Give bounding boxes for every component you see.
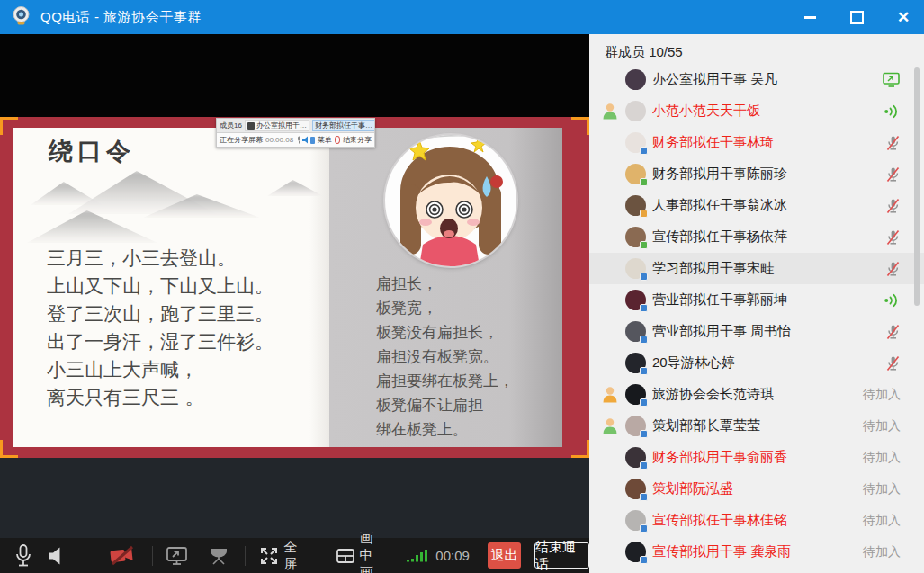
end-call-button[interactable]: 结束通话	[534, 542, 589, 569]
mini-end-share-icon[interactable]	[335, 136, 340, 144]
maximize-button[interactable]	[845, 5, 868, 29]
avatar[interactable]	[625, 416, 646, 436]
call-duration: 00:09	[435, 548, 470, 563]
camera-off-button[interactable]	[109, 545, 136, 567]
mini-menu-icon[interactable]	[310, 137, 315, 144]
member-row[interactable]: 小范小范天天干饭	[589, 95, 924, 127]
member-name: 策划部阮泓盛	[652, 480, 852, 497]
exit-button[interactable]: 退出	[488, 542, 521, 569]
mini-speaker-icon	[302, 136, 307, 144]
slide-title: 绕口令	[49, 135, 135, 167]
scrollbar-thumb[interactable]	[914, 67, 920, 306]
present-button[interactable]	[207, 545, 230, 567]
maximize-icon	[850, 11, 864, 24]
avatar[interactable]	[625, 542, 646, 562]
poem-line: 三月三，小三去登山。	[47, 245, 274, 273]
fullscreen-label[interactable]: 全屏	[283, 539, 301, 573]
device-badge-icon	[640, 147, 648, 155]
avatar[interactable]	[625, 101, 646, 121]
member-row[interactable]: 营业部拟任干事郭丽坤	[589, 284, 924, 316]
member-row[interactable]: 财务部拟用干事陈丽珍	[589, 158, 924, 190]
device-badge-icon	[640, 493, 648, 501]
pip-button[interactable]	[336, 547, 355, 565]
member-row[interactable]: 营业部拟用干事 周书怡	[589, 316, 924, 347]
poem-line: 扁担没有板凳宽。	[376, 345, 514, 369]
avatar[interactable]	[625, 195, 646, 216]
member-row[interactable]: 策划部部长覃莹莹待加入	[589, 410, 924, 442]
member-row[interactable]: 宣传部拟用干事 龚泉雨待加入	[589, 536, 924, 568]
pip-label[interactable]: 画中画	[360, 530, 386, 573]
member-name: 营业部拟用干事 周书怡	[652, 323, 852, 340]
member-row[interactable]: 财务部拟用干事俞丽香待加入	[589, 442, 924, 473]
avatar[interactable]	[625, 479, 646, 499]
member-row[interactable]: 旅游协会会长范诗琪待加入	[589, 379, 924, 410]
mic-muted-icon	[885, 355, 901, 372]
share-bar-finance-tab[interactable]: 财务部拟任干事…	[312, 120, 374, 131]
avatar[interactable]	[625, 447, 646, 468]
avatar[interactable]	[625, 510, 646, 531]
avatar[interactable]	[625, 353, 646, 373]
signal-strength-icon	[407, 548, 428, 563]
avatar[interactable]	[625, 227, 646, 247]
avatar[interactable]	[625, 258, 646, 279]
pending-label: 待加入	[863, 481, 901, 497]
mic-muted-icon	[885, 324, 901, 340]
share-screen-button[interactable]	[166, 545, 189, 567]
mic-muted-icon	[885, 135, 901, 151]
share-menu-label[interactable]: 菜单	[318, 135, 332, 145]
member-row[interactable]: 学习部拟用干事宋畦	[589, 253, 924, 284]
minimize-icon	[804, 16, 816, 19]
member-name: 宣传部拟任干事杨依萍	[652, 228, 852, 246]
avatar[interactable]	[625, 132, 646, 153]
fullscreen-button[interactable]	[259, 546, 279, 566]
window-title: QQ电话 - 旅游协会干事群	[40, 9, 202, 26]
microphone-button[interactable]	[14, 544, 32, 568]
minimize-button[interactable]	[798, 5, 821, 29]
device-badge-icon	[640, 461, 648, 470]
member-row[interactable]: 财务部拟任干事林琦	[589, 127, 924, 158]
member-row[interactable]: 策划部阮泓盛待加入	[589, 473, 924, 505]
member-row[interactable]: 20导游林心婷	[589, 347, 924, 379]
end-share-label[interactable]: 结束分享	[343, 135, 372, 145]
mic-muted-icon	[885, 198, 901, 214]
avatar[interactable]	[625, 164, 646, 184]
avatar[interactable]	[625, 384, 646, 405]
pending-label: 待加入	[863, 544, 901, 560]
pending-label: 待加入	[863, 450, 901, 466]
poem-line: 板凳没有扁担长，	[376, 320, 514, 345]
avatar[interactable]	[625, 69, 646, 90]
close-button[interactable]: ✕	[892, 5, 915, 29]
title-bar: QQ电话 - 旅游协会干事群 ✕	[0, 0, 924, 34]
device-badge-icon	[640, 241, 648, 249]
member-status	[852, 135, 924, 151]
member-row[interactable]: 人事部拟任干事翁冰冰	[589, 190, 924, 221]
mountain-art	[27, 210, 157, 243]
device-badge-icon	[640, 336, 648, 344]
toolbar-divider	[245, 546, 246, 566]
pending-label: 待加入	[863, 418, 901, 434]
share-bar-member-tab[interactable]: 成员16	[220, 121, 242, 130]
member-status	[852, 261, 924, 277]
toolbar-divider	[152, 546, 153, 566]
avatar[interactable]	[625, 290, 646, 310]
member-row[interactable]: 宣传部拟任干事林佳铭待加入	[589, 505, 924, 536]
share-timer: 00:00:08	[265, 136, 293, 144]
device-badge-icon	[640, 430, 648, 438]
tongue-twister-left: 三月三，小三去登山。上山又下山，下山又上山。登了三次山，跑了三里三。出了一身汗，…	[47, 245, 274, 412]
member-name: 20导游林心婷	[652, 354, 852, 372]
share-bar-office-tab[interactable]: 办公室拟用干…	[245, 120, 309, 131]
member-row[interactable]: 办公室拟用干事 吴凡	[589, 64, 924, 95]
speaker-button[interactable]	[48, 546, 64, 566]
tongue-twister-right: 扁担长，板凳宽，板凳没有扁担长，扁担没有板凳宽。扁担要绑在板凳上，板凳偏不让扁担…	[376, 272, 514, 442]
avatar[interactable]	[625, 321, 646, 342]
device-badge-icon	[640, 398, 648, 407]
mic-muted-icon	[885, 229, 901, 246]
member-role-icon	[601, 417, 619, 434]
poem-line: 扁担要绑在板凳上，	[376, 369, 514, 393]
call-toolbar: 全屏 画中画 00:09 退出 结束通话	[0, 538, 589, 573]
member-status: 待加入	[852, 450, 924, 466]
member-name: 办公室拟用干事 吴凡	[652, 71, 852, 88]
member-row[interactable]: 宣传部拟任干事杨依萍	[589, 221, 924, 253]
member-name: 营业部拟任干事郭丽坤	[652, 291, 852, 309]
member-role-icon	[601, 103, 619, 120]
